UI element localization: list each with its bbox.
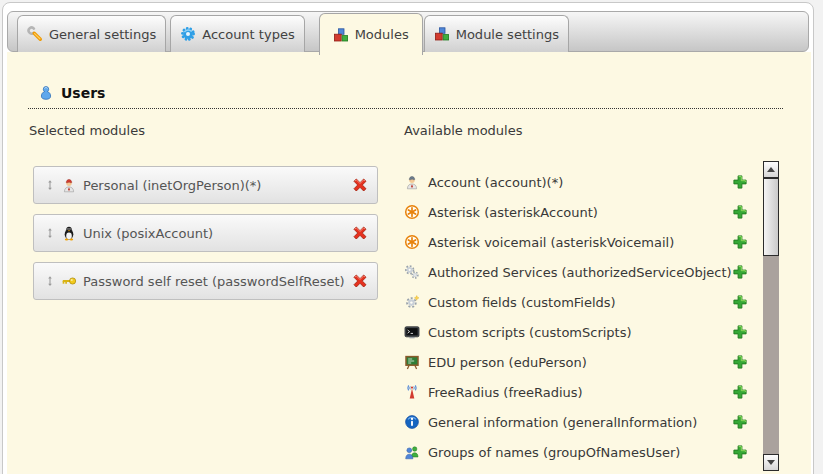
info-icon	[404, 414, 420, 430]
selected-module-label: Personal (inetOrgPerson)(*)	[83, 178, 347, 193]
tab-account-types[interactable]: Account types	[170, 15, 304, 52]
tux-penguin-icon	[61, 225, 77, 241]
available-module-row[interactable]: Authorized Services (authorizedServiceOb…	[404, 257, 748, 287]
selected-module-row[interactable]: Unix (posixAccount)	[33, 214, 378, 252]
selected-module-label: Unix (posixAccount)	[83, 226, 347, 241]
gear-sparkle-icon	[404, 294, 420, 310]
tab-label: Account types	[202, 27, 294, 42]
drag-handle-icon[interactable]	[44, 274, 56, 288]
selected-modules-list: Personal (inetOrgPerson)(*)Unix (posixAc…	[33, 166, 378, 310]
available-modules-label: Available modules	[404, 123, 522, 138]
remove-module-button[interactable]	[351, 272, 369, 290]
remove-module-button[interactable]	[351, 224, 369, 242]
available-module-label: Account (account)(*)	[428, 175, 732, 190]
available-module-label: Groups of names (groupOfNamesUser)	[428, 445, 732, 460]
available-module-label: General information (generalInformation)	[428, 415, 732, 430]
available-modules-list: Account (account)(*)Asterisk (asteriskAc…	[404, 167, 748, 467]
available-module-label: Asterisk voicemail (asteriskVoicemail)	[428, 235, 732, 250]
tab-label: General settings	[49, 27, 156, 42]
modules-cubes-icon	[434, 26, 450, 42]
up-arrow-icon	[767, 167, 775, 172]
down-arrow-icon	[767, 460, 775, 465]
tab-label: Module settings	[456, 27, 559, 42]
available-module-label: FreeRadius (freeRadius)	[428, 385, 732, 400]
add-module-button[interactable]	[732, 384, 748, 400]
add-module-button[interactable]	[732, 234, 748, 250]
key-icon	[61, 273, 77, 289]
configuration-dialog: General settingsAccount typesModulesModu…	[2, 2, 814, 474]
selected-modules-label: Selected modules	[29, 123, 145, 138]
modules-cubes-icon	[333, 27, 349, 43]
asterisk-icon	[404, 204, 420, 220]
selected-module-row[interactable]: Personal (inetOrgPerson)(*)	[33, 166, 378, 204]
scrollbar-thumb[interactable]	[763, 178, 779, 256]
available-module-row[interactable]: General information (generalInformation)	[404, 407, 748, 437]
account-types-gear-icon	[180, 26, 196, 42]
add-module-button[interactable]	[732, 174, 748, 190]
add-module-button[interactable]	[732, 264, 748, 280]
available-module-row[interactable]: Asterisk (asteriskAccount)	[404, 197, 748, 227]
available-module-label: Asterisk (asteriskAccount)	[428, 205, 732, 220]
available-module-row[interactable]: Groups of names (groupOfNamesUser)	[404, 437, 748, 467]
remove-module-button[interactable]	[351, 176, 369, 194]
add-module-button[interactable]	[732, 354, 748, 370]
add-module-button[interactable]	[732, 414, 748, 430]
selected-module-row[interactable]: Password self reset (passwordSelfReset)	[33, 262, 378, 300]
asterisk-icon	[404, 234, 420, 250]
available-module-row[interactable]: Account (account)(*)	[404, 167, 748, 197]
wrench-icon	[27, 26, 43, 42]
selected-module-label: Password self reset (passwordSelfReset)	[83, 274, 347, 289]
add-module-button[interactable]	[732, 294, 748, 310]
terminal-icon	[404, 324, 420, 340]
group-icon	[404, 444, 420, 460]
tab-bar: General settingsAccount typesModulesModu…	[7, 11, 809, 52]
tab-module-settings[interactable]: Module settings	[424, 15, 569, 52]
gears-icon	[404, 264, 420, 280]
available-module-label: EDU person (eduPerson)	[428, 355, 732, 370]
person-gray-cap-icon	[404, 174, 420, 190]
add-module-button[interactable]	[732, 204, 748, 220]
add-module-button[interactable]	[732, 444, 748, 460]
tab-label: Modules	[355, 27, 409, 42]
antenna-icon	[404, 384, 420, 400]
available-module-label: Authorized Services (authorizedServiceOb…	[428, 265, 732, 280]
modules-tab-panel: Users Selected modules Available modules…	[7, 52, 811, 474]
add-module-button[interactable]	[732, 324, 748, 340]
tab-modules[interactable]: Modules	[319, 13, 423, 55]
users-icon	[38, 85, 54, 101]
chalkboard-icon	[404, 354, 420, 370]
scrollbar[interactable]	[763, 161, 779, 471]
available-module-row[interactable]: FreeRadius (freeRadius)	[404, 377, 748, 407]
drag-handle-icon[interactable]	[44, 226, 56, 240]
available-module-row[interactable]: Asterisk voicemail (asteriskVoicemail)	[404, 227, 748, 257]
available-module-label: Custom scripts (customScripts)	[428, 325, 732, 340]
available-module-row[interactable]: Custom scripts (customScripts)	[404, 317, 748, 347]
available-module-row[interactable]: EDU person (eduPerson)	[404, 347, 748, 377]
scroll-down-button[interactable]	[763, 454, 779, 471]
available-module-label: Custom fields (customFields)	[428, 295, 732, 310]
section-title: Users	[61, 85, 105, 101]
person-red-cap-icon	[61, 177, 77, 193]
available-module-row[interactable]: Custom fields (customFields)	[404, 287, 748, 317]
scroll-up-button[interactable]	[763, 161, 779, 178]
drag-handle-icon[interactable]	[44, 178, 56, 192]
tab-general-settings[interactable]: General settings	[17, 15, 166, 52]
section-heading: Users	[28, 85, 783, 109]
